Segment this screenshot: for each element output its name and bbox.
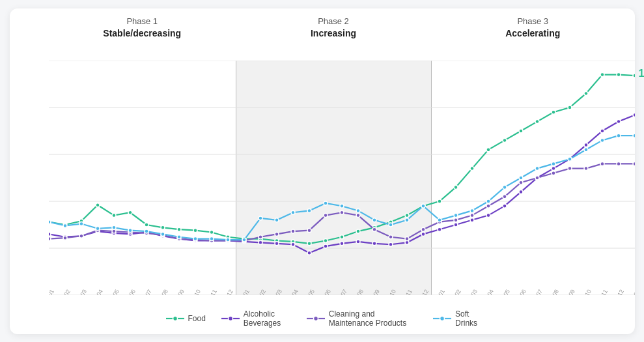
food-value-label: 18.4% [639,68,645,79]
svg-point-3 [228,316,232,321]
chart-container: Food Alcoholic Beverages Cleaning and Ma… [10,8,635,334]
main-chart [49,61,635,295]
svg-point-1 [173,316,177,321]
svg-point-7 [440,316,445,321]
legend-item-alcoholic-beverages: Alcoholic Beverages [221,309,291,328]
legend-item-cleaning-and-maintenance-products: Cleaning and Maintenance Products [307,309,417,328]
legend-item-soft-drinks: Soft Drinks [433,309,478,328]
svg-point-5 [313,316,318,321]
phase-header-phase-2: Phase 2Increasing [236,16,431,38]
phase-header-phase-1: Phase 1Stable/decreasing [49,16,236,38]
legend-item-food: Food [166,314,206,323]
chart-legend: Food Alcoholic Beverages Cleaning and Ma… [166,309,479,328]
phase-header-phase-3: Phase 3Accelerating [431,16,635,38]
